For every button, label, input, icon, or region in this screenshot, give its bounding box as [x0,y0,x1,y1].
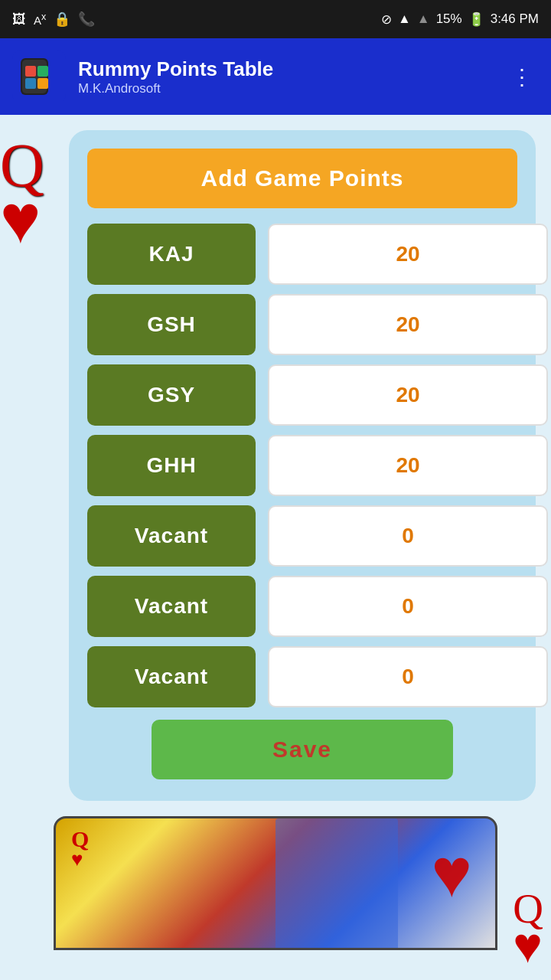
player-5-score-input[interactable] [268,505,548,567]
player-1-score-input[interactable] [268,224,548,285]
battery-text: 15% [436,11,462,27]
main-content: Q ♥ Add Game Points KAJ GSH GSY GHH Vaca… [0,130,551,980]
svg-rect-5 [37,78,48,89]
player-7-score-input[interactable] [268,646,548,707]
player-row-3: GSY [87,364,517,426]
player-row-1: KAJ [87,224,517,285]
player-4-score-input[interactable] [268,435,548,496]
photo-icon: 🖼 [12,11,26,28]
player-row-2: GSH [87,294,517,355]
app-title-block: Rummy Points Table M.K.Androsoft [78,57,273,96]
player-row-6: Vacant [87,576,517,637]
app-logo-svg [15,52,64,101]
player-6-score-input[interactable] [268,576,548,637]
app-bar: Rummy Points Table M.K.Androsoft ⋮ [0,38,551,115]
queen-hearts-decoration-bottomright: Q ♥ [513,887,543,965]
player-4-name-button[interactable]: GHH [87,435,256,496]
player-row-5: Vacant [87,505,517,567]
signal-weak-icon: ▲ [417,11,430,27]
player-row-7: Vacant [87,646,517,707]
lock-icon: 🔒 [54,11,70,28]
card-corner-heart: ♥ [71,848,83,871]
player-2-name-button[interactable]: GSH [87,294,256,355]
card-figure [276,818,398,950]
no-sim-icon: ⊘ [381,11,392,28]
game-points-panel: Add Game Points KAJ GSH GSY GHH Vacant V… [69,130,536,801]
status-icons-left: 🖼 Ax 🔒 📞 [12,11,95,28]
player-3-score-input[interactable] [268,364,548,426]
player-2-score-input[interactable] [268,294,548,355]
player-7-name-button[interactable]: Vacant [87,646,256,707]
bottom-card-graphic: Q ♥ ♥ [54,816,497,950]
player-5-name-button[interactable]: Vacant [87,505,256,567]
app-subtitle: M.K.Androsoft [78,81,273,96]
svg-rect-3 [37,66,48,77]
overflow-menu-icon[interactable]: ⋮ [505,58,539,96]
app-bar-left: Rummy Points Table M.K.Androsoft [12,50,273,103]
clock: 3:46 PM [491,11,539,27]
app-title: Rummy Points Table [78,57,273,81]
status-icons-right: ⊘ ▲ ▲ 15% 🔋 3:46 PM [381,11,539,28]
player-1-name-button[interactable]: KAJ [87,224,256,285]
signal-icon: ▲ [398,11,411,27]
player-3-name-button[interactable]: GSY [87,364,256,426]
app-icon [12,50,66,103]
status-bar: 🖼 Ax 🔒 📞 ⊘ ▲ ▲ 15% 🔋 3:46 PM [0,0,551,38]
add-game-points-button[interactable]: Add Game Points [87,149,517,208]
queen-hearts-decoration-topleft: Q ♥ [0,138,44,254]
card-right-heart: ♥ [432,834,472,913]
svg-rect-4 [25,78,36,89]
text-icon: Ax [34,11,46,27]
bottom-card-area: Q ♥ ♥ Q ♥ [31,816,520,950]
phone-icon: 📞 [78,11,95,28]
player-row-4: GHH [87,435,517,496]
battery-icon: 🔋 [468,11,484,28]
svg-rect-2 [25,66,36,77]
save-button[interactable]: Save [152,720,452,779]
player-6-name-button[interactable]: Vacant [87,576,256,637]
